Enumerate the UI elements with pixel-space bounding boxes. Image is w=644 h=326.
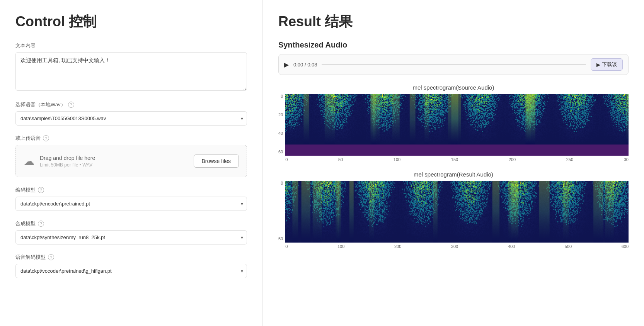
encoder-select-wrapper: data\ckpt\encoder\pretrained.pt ▾: [15, 197, 247, 211]
spectrogram1-y-axis: 0 20 40 60: [278, 94, 285, 162]
spectrogram2-wrap: 0 50 0 100 200 300 400 500 600: [278, 181, 629, 249]
synthesizer-help-icon[interactable]: ?: [38, 221, 44, 227]
spectrogram1-main: 0 50 100 150 200 250 30: [285, 94, 629, 162]
spectrogram2-main: 0 100 200 300 400 500 600: [285, 181, 629, 249]
right-panel: Result 结果 Synthesized Audio ▶ 0:00 / 0:0…: [263, 0, 644, 326]
synthesizer-section: 合成模型 ? data\ckpt\synthesizer\my_run8_25k…: [15, 220, 247, 244]
upload-label: 或上传语音 ?: [15, 135, 247, 142]
encoder-label: 编码模型 ?: [15, 187, 247, 194]
audio-time-label: 0:00 / 0:08: [293, 62, 317, 68]
upload-cloud-icon: ☁: [24, 155, 34, 168]
spectrogram1-x-axis: 0 50 100 150 200 250 30: [285, 156, 629, 162]
spectrogram1-title: mel spectrogram(Source Audio): [278, 84, 629, 91]
voice-select-section: 选择语音（本地Wav） ? data\samples\T0055G0013S00…: [15, 101, 247, 126]
upload-left: ☁ Drag and drop file here Limit 50MB per…: [24, 155, 95, 168]
spectrogram2-y-axis: 0 50: [278, 181, 285, 249]
upload-text-block: Drag and drop file here Limit 50MB per f…: [40, 155, 95, 168]
spectrogram2-title: mel spectrogram(Result Audio): [278, 171, 629, 178]
upload-drag-text: Drag and drop file here: [40, 155, 95, 161]
synthesizer-select[interactable]: data\ckpt\synthesizer\my_run8_25k.pt: [15, 230, 247, 244]
vocoder-help-icon[interactable]: ?: [48, 254, 54, 260]
upload-limit-text: Limit 50MB per file • WAV: [40, 162, 95, 168]
vocoder-select[interactable]: data\ckpt\vocoder\pretrained\g_hifigan.p…: [15, 264, 247, 278]
vocoder-select-wrapper: data\ckpt\vocoder\pretrained\g_hifigan.p…: [15, 264, 247, 278]
spectrogram1-canvas: [285, 94, 629, 156]
play-button[interactable]: ▶: [284, 61, 289, 68]
text-content-label: 文本内容: [15, 42, 247, 49]
left-panel: Control 控制 文本内容 欢迎使用工具箱, 现已支持中文输入！ 选择语音（…: [0, 0, 263, 326]
upload-section: 或上传语音 ? ☁ Drag and drop file here Limit …: [15, 135, 247, 177]
browse-files-button[interactable]: Browse files: [194, 155, 239, 168]
spectrogram2-canvas: [285, 181, 629, 243]
spectrogram1-section: mel spectrogram(Source Audio) 0 20 40 60…: [278, 84, 629, 162]
text-content-section: 文本内容 欢迎使用工具箱, 现已支持中文输入！: [15, 42, 247, 92]
vocoder-label: 语音解码模型 ?: [15, 254, 247, 261]
audio-player: ▶ 0:00 / 0:08 ▶ 下载该: [278, 54, 629, 75]
download-label: 下载该: [602, 61, 617, 68]
spectrogram2-x-axis: 0 100 200 300 400 500 600: [285, 243, 629, 249]
download-button[interactable]: ▶ 下载该: [591, 58, 623, 71]
spectrogram2-section: mel spectrogram(Result Audio) 0 50 0 100…: [278, 171, 629, 249]
voice-select-wrapper: data\samples\T0055G0013S0005.wav ▾: [15, 111, 247, 126]
encoder-help-icon[interactable]: ?: [38, 187, 44, 193]
voice-select-label: 选择语音（本地Wav） ?: [15, 101, 247, 108]
audio-progress-track[interactable]: [322, 64, 586, 65]
synthesizer-select-wrapper: data\ckpt\synthesizer\my_run8_25k.pt ▾: [15, 230, 247, 244]
voice-select[interactable]: data\samples\T0055G0013S0005.wav: [15, 111, 247, 126]
left-panel-title: Control 控制: [15, 12, 247, 31]
download-icon: ▶: [596, 62, 600, 68]
encoder-select[interactable]: data\ckpt\encoder\pretrained.pt: [15, 197, 247, 211]
vocoder-section: 语音解码模型 ? data\ckpt\vocoder\pretrained\g_…: [15, 254, 247, 278]
spectrogram1-wrap: 0 20 40 60 0 50 100 150 200 250 30: [278, 94, 629, 162]
encoder-section: 编码模型 ? data\ckpt\encoder\pretrained.pt ▾: [15, 187, 247, 211]
synthesizer-label: 合成模型 ?: [15, 220, 247, 227]
audio-section-heading: Synthesized Audio: [278, 41, 629, 49]
text-content-input[interactable]: 欢迎使用工具箱, 现已支持中文输入！: [15, 52, 247, 91]
upload-dropzone[interactable]: ☁ Drag and drop file here Limit 50MB per…: [15, 145, 247, 177]
voice-help-icon[interactable]: ?: [68, 102, 74, 108]
result-title: Result 结果: [278, 12, 629, 31]
upload-help-icon[interactable]: ?: [43, 135, 49, 141]
